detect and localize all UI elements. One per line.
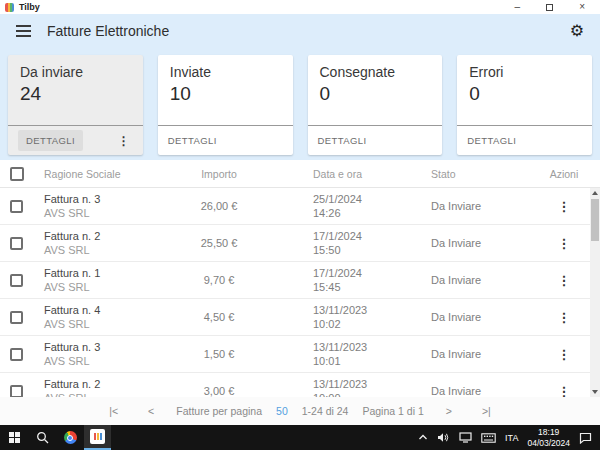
taskbar-search-button[interactable] [28, 425, 56, 450]
os-titlebar: Tilby – × [0, 0, 600, 14]
windows-logo-icon [9, 432, 20, 443]
volume-button[interactable] [437, 432, 450, 443]
invoice-company: AVS SRL [44, 243, 169, 257]
tilby-app-icon [5, 3, 14, 12]
scrollbar-down-icon[interactable] [590, 387, 600, 397]
summary-card[interactable]: Da inviare 24 DETTAGLI ⋮ [8, 55, 143, 155]
app-header: Fatture Elettroniche ⚙ [0, 14, 600, 48]
dettagli-button[interactable]: DETTAGLI [18, 130, 83, 151]
summary-card[interactable]: Inviate 10 DETTAGLI ⋮ [158, 55, 293, 155]
prev-page-button[interactable]: < [140, 405, 162, 417]
invoice-name: Fattura n. 3 [44, 340, 169, 354]
card-value: 10 [170, 83, 281, 105]
invoice-name: Fattura n. 2 [44, 229, 169, 243]
card-value: 24 [20, 83, 131, 105]
invoice-name: Fattura n. 4 [44, 303, 169, 317]
invoice-company: AVS SRL [44, 354, 169, 368]
invoice-status: Da Inviare [423, 347, 528, 361]
dettagli-button[interactable]: DETTAGLI [168, 135, 217, 146]
invoice-company: AVS SRL [44, 391, 169, 397]
invoice-amount: 4,50 € [169, 310, 269, 324]
invoice-company: AVS SRL [44, 317, 169, 331]
col-data-e-ora: Data e ora [313, 168, 423, 180]
close-button[interactable]: × [579, 2, 585, 12]
card-value: 0 [320, 83, 431, 105]
start-button[interactable] [0, 425, 28, 450]
dettagli-button[interactable]: DETTAGLI [318, 135, 367, 146]
invoice-date: 13/11/2023 [313, 303, 423, 317]
invoice-status: Da Inviare [423, 199, 528, 213]
keyboard-button[interactable] [481, 433, 496, 443]
per-page-select[interactable]: 50 [276, 405, 288, 417]
invoice-name: Fattura n. 3 [44, 192, 169, 206]
action-center-button[interactable] [579, 432, 592, 444]
tray-expand-button[interactable] [418, 434, 428, 441]
table-header-row: Ragione Sociale Importo Data e ora Stato… [0, 160, 600, 188]
scrollbar-thumb[interactable] [591, 199, 599, 241]
table-row[interactable]: Fattura n. 3 AVS SRL 26,00 € 25/1/2024 1… [0, 188, 600, 225]
minimize-button[interactable]: – [515, 2, 521, 12]
search-icon [36, 431, 49, 444]
network-icon [459, 432, 472, 443]
row-kebab-menu-icon[interactable]: ⋮ [558, 384, 571, 397]
per-page-label: Fatture per pagina [176, 405, 262, 417]
row-checkbox[interactable] [10, 200, 23, 213]
invoice-amount: 1,50 € [169, 347, 269, 361]
invoice-date: 17/1/2024 [313, 229, 423, 243]
row-kebab-menu-icon[interactable]: ⋮ [558, 273, 571, 288]
row-checkbox[interactable] [10, 274, 23, 287]
tilby-icon [90, 429, 105, 444]
row-kebab-menu-icon[interactable]: ⋮ [558, 199, 571, 214]
clock-time: 18:19 [527, 427, 570, 438]
table-row[interactable]: Fattura n. 3 AVS SRL 1,50 € 13/11/2023 1… [0, 336, 600, 373]
table-row[interactable]: Fattura n. 1 AVS SRL 9,70 € 17/1/2024 15… [0, 262, 600, 299]
tilby-taskbar-button[interactable] [84, 425, 111, 450]
invoice-status: Da Inviare [423, 310, 528, 324]
chrome-taskbar-button[interactable] [56, 425, 84, 450]
invoice-company: AVS SRL [44, 280, 169, 294]
gear-icon[interactable]: ⚙ [570, 23, 584, 39]
row-checkbox[interactable] [10, 237, 23, 250]
invoice-table: Ragione Sociale Importo Data e ora Stato… [0, 160, 600, 397]
next-page-button[interactable]: > [438, 405, 460, 417]
windows-taskbar: ITA 18:19 04/03/2024 [0, 425, 600, 450]
invoice-amount: 25,50 € [169, 236, 269, 250]
table-row[interactable]: Fattura n. 2 AVS SRL 25,50 € 17/1/2024 1… [0, 225, 600, 262]
clock[interactable]: 18:19 04/03/2024 [527, 427, 570, 448]
table-scrollbar[interactable] [590, 188, 600, 397]
invoice-time: 10:00 [313, 391, 423, 397]
window-title: Tilby [19, 2, 40, 12]
row-kebab-menu-icon[interactable]: ⋮ [558, 310, 571, 325]
row-checkbox[interactable] [10, 311, 23, 324]
row-checkbox[interactable] [10, 385, 23, 398]
language-indicator[interactable]: ITA [505, 433, 518, 443]
row-kebab-menu-icon[interactable]: ⋮ [558, 236, 571, 251]
last-page-button[interactable]: >| [474, 405, 499, 417]
invoice-name: Fattura n. 1 [44, 266, 169, 280]
select-all-checkbox[interactable] [10, 167, 24, 181]
menu-icon[interactable] [16, 25, 31, 37]
table-row[interactable]: Fattura n. 4 AVS SRL 4,50 € 13/11/2023 1… [0, 299, 600, 336]
summary-card[interactable]: Errori 0 DETTAGLI ⋮ [457, 55, 592, 155]
invoice-time: 15:45 [313, 280, 423, 294]
network-button[interactable] [459, 432, 472, 443]
kebab-menu-icon[interactable]: ⋮ [115, 134, 133, 148]
first-page-button[interactable]: |< [101, 405, 126, 417]
page-title: Fatture Elettroniche [47, 23, 169, 39]
invoice-date: 13/11/2023 [313, 340, 423, 354]
card-label: Errori [469, 64, 580, 80]
summary-cards: Da inviare 24 DETTAGLI ⋮ Inviate 10 DETT… [0, 48, 600, 160]
dettagli-button[interactable]: DETTAGLI [467, 135, 516, 146]
table-row[interactable]: Fattura n. 2 AVS SRL 3,00 € 13/11/2023 1… [0, 373, 600, 397]
scrollbar-up-icon[interactable] [590, 188, 600, 198]
row-kebab-menu-icon[interactable]: ⋮ [558, 347, 571, 362]
row-checkbox[interactable] [10, 348, 23, 361]
invoice-status: Da Inviare [423, 273, 528, 287]
restore-button[interactable] [546, 4, 553, 11]
invoice-status: Da Inviare [423, 236, 528, 250]
summary-card[interactable]: Consegnate 0 DETTAGLI ⋮ [308, 55, 443, 155]
invoice-company: AVS SRL [44, 206, 169, 220]
invoice-amount: 26,00 € [169, 199, 269, 213]
keyboard-icon [481, 433, 496, 443]
col-importo: Importo [169, 168, 269, 180]
